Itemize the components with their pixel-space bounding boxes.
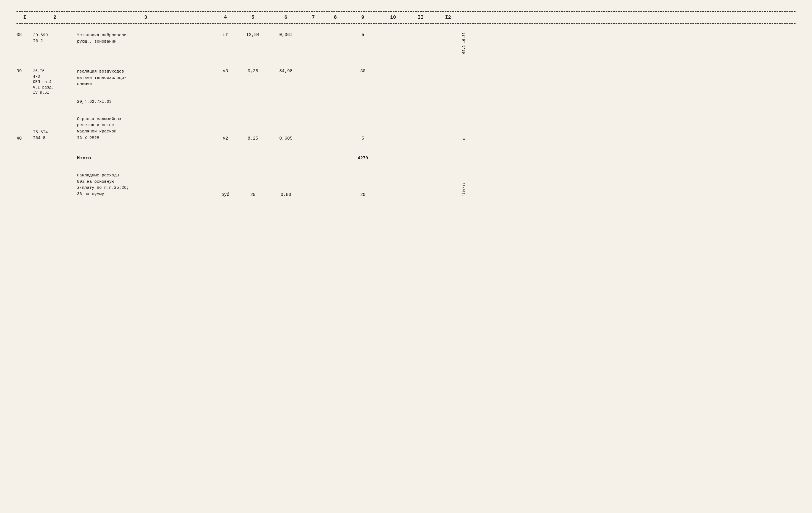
row-38-val9: 5 xyxy=(346,32,379,37)
header-col-4: 4 xyxy=(214,14,236,20)
row-39-number: 39. xyxy=(17,69,33,73)
header-col-5: 5 xyxy=(236,14,269,20)
row-40-side: c-1 xyxy=(462,133,484,141)
row-40-code: I5-6I4 I64-8 xyxy=(33,129,77,141)
header-col-9: 9 xyxy=(346,14,379,20)
row-39-val9: 30 xyxy=(346,69,379,73)
nakladnie-side: 4I07-98 xyxy=(462,182,484,197)
header-col-2: 2 xyxy=(33,14,77,20)
itogo-label-text: Итого xyxy=(77,155,91,161)
row-38-val5: 0,36I xyxy=(269,32,302,37)
row-39-code: 26-I6 4-3 ОЕП гл.4 ч.I разд. IV п.5I xyxy=(33,69,77,96)
row-38-side: 65.2-16.86 xyxy=(462,32,484,55)
formula-indent xyxy=(17,99,77,104)
itogo-val9: 4279 xyxy=(346,156,379,161)
itogo-label: Итого xyxy=(77,155,214,162)
row-39-val4: 0,35 xyxy=(236,69,269,73)
header-col-11: II xyxy=(407,14,434,20)
table-row: 38. 20-699 I6-2 Установка виброизоли- ру… xyxy=(17,30,795,58)
row-38-description: Установка виброизоли- рующ.. зонований xyxy=(77,32,214,45)
section-40: 40. I5-6I4 I64-8 Окраска жалюзийных реше… xyxy=(17,114,795,144)
row-39-unit: м3 xyxy=(214,69,236,73)
page-container: I 2 3 4 5 6 7 8 9 10 II I2 38. 20-699 I6… xyxy=(17,11,795,200)
table-header: I 2 3 4 5 6 7 8 9 10 II I2 xyxy=(17,11,795,24)
table-row: 39. 26-I6 4-3 ОЕП гл.4 ч.I разд. IV п.5I… xyxy=(17,66,795,98)
row-39-formula: 20,4.62,7xI,03 xyxy=(77,99,112,104)
row-38-unit: шт xyxy=(214,32,236,37)
header-col-1: I xyxy=(17,14,33,20)
row-38-number: 38. xyxy=(17,32,33,37)
header-col-8: 8 xyxy=(324,14,346,20)
row-40-val9: 5 xyxy=(346,136,379,141)
nakladnie-unit: руб xyxy=(214,192,236,197)
nakladnie-val5: 0,80 xyxy=(269,192,302,197)
nakladnie-row: Накладные расходы 80% на основную з/плат… xyxy=(17,170,795,200)
section-39: 39. 26-I6 4-3 ОЕП гл.4 ч.I разд. IV п.5I… xyxy=(17,66,795,105)
section-itogo: Итого 4279 xyxy=(17,152,795,164)
row-40-val4: 8,25 xyxy=(236,136,269,141)
row-39-description: Изоляция воздуходов матами теплоизоляци-… xyxy=(77,69,214,87)
section-nakladnie: Накладные расходы 80% на основную з/плат… xyxy=(17,170,795,200)
row-38-val4: I2,84 xyxy=(236,32,269,37)
nakladnie-val9: 20 xyxy=(346,192,379,197)
header-col-10: 10 xyxy=(379,14,407,20)
row-39-formula-row: 20,4.62,7xI,03 xyxy=(17,98,795,105)
row-39-val5: 84,98 xyxy=(269,69,302,73)
header-col-3: 3 xyxy=(77,14,214,20)
table-row: 40. I5-6I4 I64-8 Окраска жалюзийных реше… xyxy=(17,114,795,144)
row-40-val5: 0,605 xyxy=(269,136,302,141)
nakladnie-val4: 25 xyxy=(236,192,269,197)
header-col-6: 6 xyxy=(269,14,302,20)
itogo-row: Итого 4279 xyxy=(17,152,795,164)
header-col-12: I2 xyxy=(434,14,462,20)
row-40-unit: м2 xyxy=(214,136,236,141)
nakladnie-description: Накладные расходы 80% на основную з/плат… xyxy=(77,173,214,197)
row-38-code: 20-699 I6-2 xyxy=(33,32,77,44)
header-col-7: 7 xyxy=(302,14,324,20)
row-40-number: 40. xyxy=(17,136,33,141)
header-bottom-rule xyxy=(17,24,795,24)
row-40-description: Окраска жалюзийных решеток и сеток масля… xyxy=(77,116,214,141)
section-38: 38. 20-699 I6-2 Установка виброизоли- ру… xyxy=(17,30,795,58)
